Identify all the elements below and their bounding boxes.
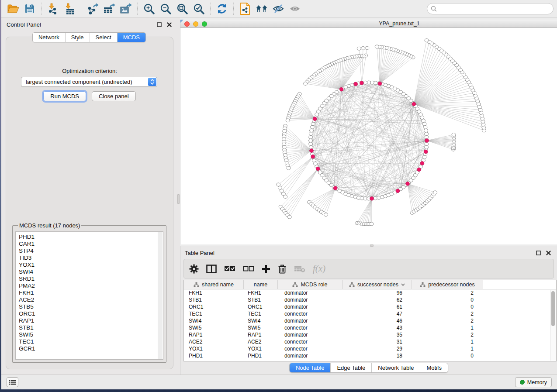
- tab-network-table[interactable]: Network Table: [371, 363, 420, 372]
- mcds-result-item[interactable]: SWI5: [19, 331, 163, 338]
- table-row[interactable]: ACE2ACE2connector311: [184, 338, 556, 345]
- table-row[interactable]: TEC1TEC1connector472: [184, 310, 556, 317]
- mcds-result-title: MCDS result (17 nodes): [18, 222, 81, 229]
- select-all-icon[interactable]: [224, 262, 235, 275]
- mcds-result-list[interactable]: PHD1CAR1STP4TID3YOX1SWI4SRD1PMA2FKH1ACE2…: [15, 231, 163, 360]
- table-settings-gear-icon[interactable]: [189, 262, 199, 275]
- table-row[interactable]: STB1STB1dominator620: [184, 296, 556, 303]
- mcds-result-item[interactable]: RAP1: [19, 317, 163, 324]
- network-canvas[interactable]: [180, 28, 557, 244]
- network-view-frame: YPA_prune.txt_1: [180, 20, 557, 244]
- import-table-icon[interactable]: [61, 2, 78, 16]
- window-close-icon[interactable]: [184, 21, 190, 27]
- table-row[interactable]: PHD1PHD1dominator180: [184, 352, 556, 359]
- status-bar: Memory: [1, 375, 557, 389]
- tab-select[interactable]: Select: [90, 33, 117, 42]
- mcds-result-item[interactable]: YOX1: [19, 261, 163, 268]
- network-window-titlebar[interactable]: YPA_prune.txt_1: [180, 20, 557, 28]
- table-row[interactable]: RAP1RAP1dominator352: [184, 331, 556, 338]
- mcds-result-item[interactable]: TEC1: [19, 338, 163, 345]
- tab-style[interactable]: Style: [65, 33, 90, 42]
- open-file-icon[interactable]: [5, 2, 21, 16]
- table-row[interactable]: FKH1FKH1dominator962: [184, 289, 556, 296]
- show-all-icon[interactable]: [287, 2, 303, 16]
- table-cell: YOX1: [184, 345, 244, 352]
- horizontal-splitter-handle[interactable]: [370, 244, 374, 247]
- table-row[interactable]: SWI4SWI4dominator462: [184, 317, 556, 324]
- vertical-splitter[interactable]: [177, 17, 180, 375]
- memory-button[interactable]: Memory: [515, 377, 552, 387]
- float-panel-icon[interactable]: [157, 22, 162, 27]
- tab-edge-table[interactable]: Edge Table: [330, 363, 371, 372]
- table-cell: 1: [412, 345, 483, 352]
- export-image-icon[interactable]: [118, 2, 134, 16]
- tab-network[interactable]: Network: [33, 33, 65, 42]
- mcds-result-item[interactable]: ORC1: [19, 310, 163, 317]
- select-first-neighbors-icon[interactable]: [253, 2, 270, 16]
- close-panel-icon[interactable]: [167, 22, 172, 27]
- memory-label: Memory: [527, 379, 547, 385]
- table-cell: dominator: [278, 317, 343, 324]
- mcds-result-item[interactable]: PHD1: [19, 234, 163, 241]
- tab-mcds[interactable]: MCDS: [117, 33, 145, 42]
- create-column-icon[interactable]: [262, 262, 270, 275]
- mcds-result-item[interactable]: SRD1: [19, 275, 163, 282]
- delete-column-icon[interactable]: [278, 262, 287, 275]
- close-panel-icon[interactable]: [546, 251, 551, 255]
- mcds-result-item[interactable]: SWI4: [19, 268, 163, 275]
- new-network-from-selection-icon[interactable]: [237, 2, 253, 16]
- export-network-icon[interactable]: [84, 2, 101, 16]
- float-panel-icon[interactable]: [536, 251, 541, 255]
- table-cell: connector: [278, 324, 343, 331]
- mcds-result-item[interactable]: ACE2: [19, 296, 163, 303]
- hide-selected-icon[interactable]: [270, 2, 287, 16]
- mcds-result-item[interactable]: FKH1: [19, 289, 163, 296]
- refresh-icon[interactable]: [214, 2, 230, 16]
- deselect-all-icon[interactable]: [243, 262, 254, 275]
- optimization-criterion-select[interactable]: largest connected component (undirected): [21, 77, 157, 87]
- column-header-successor-nodes[interactable]: successor nodes: [343, 280, 412, 289]
- save-session-icon[interactable]: [21, 2, 38, 16]
- table-cell: 2: [412, 289, 483, 296]
- mcds-result-item[interactable]: STP4: [19, 248, 163, 254]
- search-box[interactable]: [427, 3, 554, 14]
- tab-motifs[interactable]: Motifs: [420, 363, 448, 372]
- network-graph[interactable]: [180, 28, 557, 244]
- table-scrollbar-thumb[interactable]: [551, 291, 555, 326]
- splitter-handle[interactable]: [177, 194, 180, 204]
- tab-node-table[interactable]: Node Table: [290, 363, 331, 372]
- chevron-up-icon: [150, 79, 154, 82]
- column-header-predecessor-nodes[interactable]: predecessor nodes: [412, 280, 483, 289]
- mcds-result-item[interactable]: PMA2: [19, 282, 163, 289]
- column-header-shared-name[interactable]: shared name: [184, 280, 244, 289]
- zoom-out-icon[interactable]: [157, 2, 174, 16]
- export-table-icon[interactable]: [101, 2, 118, 16]
- close-panel-button[interactable]: Close panel: [92, 91, 136, 101]
- zoom-selected-icon[interactable]: [190, 2, 207, 16]
- search-input[interactable]: [439, 5, 550, 12]
- column-header-mcds-role[interactable]: MCDS role: [278, 280, 343, 289]
- mcds-result-item[interactable]: STB1: [19, 324, 163, 331]
- table-cell: dominator: [278, 289, 343, 296]
- task-history-button[interactable]: [7, 377, 18, 387]
- table-scrollbar[interactable]: [550, 290, 556, 361]
- table-row[interactable]: ORC1ORC1dominator610: [184, 303, 556, 310]
- run-mcds-button[interactable]: Run MCDS: [43, 91, 86, 101]
- window-maximize-icon[interactable]: [202, 21, 207, 27]
- mcds-list-scrollbar[interactable]: [158, 232, 163, 359]
- table-cell: connector: [278, 345, 343, 352]
- table-row[interactable]: SWI5SWI5connector431: [184, 324, 556, 331]
- mcds-result-item[interactable]: CAR1: [19, 241, 163, 248]
- window-minimize-icon[interactable]: [193, 21, 198, 27]
- node-table-body: FKH1FKH1dominator962STB1STB1dominator620…: [184, 289, 556, 359]
- toggle-panel-columns-icon[interactable]: [206, 262, 217, 275]
- zoom-in-icon[interactable]: [141, 2, 157, 16]
- zoom-fit-icon[interactable]: [174, 2, 190, 16]
- mcds-result-item[interactable]: STB5: [19, 303, 163, 310]
- mcds-result-item[interactable]: GCR1: [19, 345, 163, 352]
- table-row[interactable]: YOX1YOX1connector291: [184, 345, 556, 352]
- table-cell: PHD1: [244, 352, 278, 359]
- column-header-name[interactable]: name: [244, 280, 278, 289]
- import-network-icon[interactable]: [45, 2, 61, 16]
- mcds-result-item[interactable]: TID3: [19, 254, 163, 261]
